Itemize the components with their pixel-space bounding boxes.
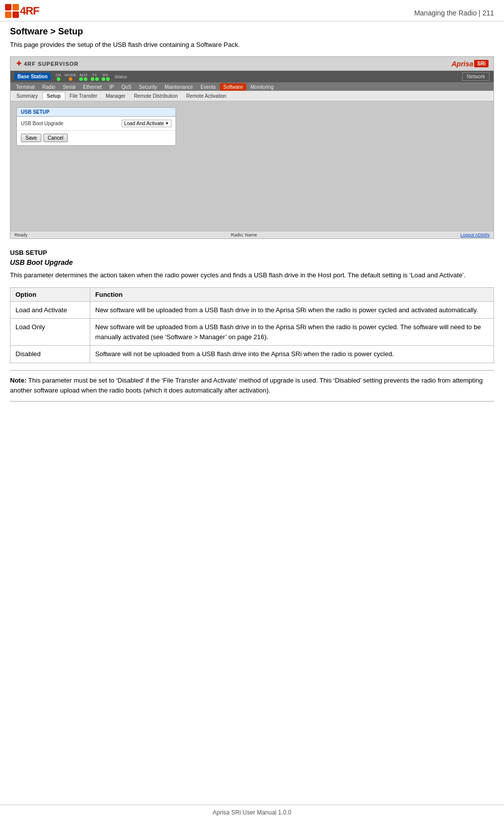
- indicator-mode: MODE: [64, 73, 76, 81]
- sub-tab-setup[interactable]: Setup: [42, 92, 65, 100]
- options-table: Option Function Load and ActivateNew sof…: [10, 287, 494, 363]
- table-cell-option: Load and Activate: [10, 301, 90, 319]
- nav-tab-ip[interactable]: IP: [106, 83, 117, 91]
- section2-heading: USB Boot Upgrade: [10, 258, 494, 266]
- logo-sq-4: [12, 11, 19, 18]
- station-label: Base Station: [14, 73, 51, 80]
- usb-buttons: Save Cancel: [17, 131, 175, 145]
- table-row: DisabledSoftware will not be uploaded fr…: [10, 346, 494, 363]
- intro-text: This page provides the setup of the USB …: [10, 41, 494, 48]
- station-indicators: OK MODE AUX: [56, 73, 458, 81]
- body-para1: This parameter determines the action tak…: [10, 270, 494, 280]
- nav-tab-ethernet[interactable]: Ethernet: [80, 83, 106, 91]
- sub-tab-summary[interactable]: Summary: [12, 92, 42, 100]
- table-row: Load OnlyNew software will be uploaded f…: [10, 319, 494, 346]
- page-reference: Managing the Radio | 211: [414, 4, 494, 17]
- dot-rx2: [106, 77, 110, 81]
- section1-heading: USB SETUP: [10, 249, 494, 256]
- usb-setup-title: USB SETUP: [17, 108, 175, 117]
- sub-tabs: Summary Setup File Transfer Manager Remo…: [10, 91, 494, 101]
- indicator-rx: RX: [102, 73, 110, 81]
- page-footer: Aprisa SRi User Manual 1.0.0: [0, 805, 504, 816]
- page-content: Software > Setup This page provides the …: [0, 21, 504, 421]
- indicator-aux: AUX: [79, 73, 87, 81]
- sub-tab-file-transfer[interactable]: File Transfer: [66, 92, 102, 100]
- ui-main-area: USB SETUP USB Boot Upgrade Load And Acti…: [10, 101, 494, 231]
- logo-sq-1: [5, 4, 11, 10]
- dot-ok: [57, 77, 60, 81]
- indicator-tx: TX: [91, 73, 99, 81]
- table-cell-function: New software will be uploaded from a USB…: [90, 301, 494, 319]
- status-bar: Ready Radio: Name Logout ADMIN: [10, 231, 494, 238]
- indicator-ok: OK: [56, 73, 62, 81]
- network-label: Network: [462, 72, 490, 81]
- table-header-function: Function: [90, 287, 494, 301]
- footer-text: Aprisa SRi User Manual 1.0.0: [212, 809, 291, 816]
- status-radio-name: Radio: Name: [231, 232, 257, 237]
- aprisa-badge: SRi: [474, 60, 489, 67]
- cancel-button[interactable]: Cancel: [43, 134, 68, 142]
- sub-tab-remote-act[interactable]: Remote Activation: [182, 92, 230, 100]
- logout-link[interactable]: Logout ADMIN: [460, 232, 490, 237]
- nav-tab-radio[interactable]: Radio: [39, 83, 59, 91]
- logo-area: 4RF: [5, 4, 39, 18]
- save-button[interactable]: Save: [21, 134, 41, 142]
- usb-setup-box: USB SETUP USB Boot Upgrade Load And Acti…: [16, 107, 176, 146]
- page-subtitle: Software > Setup: [10, 26, 494, 37]
- supervisor-brand-text: 4RF SUPERVISOR: [24, 61, 79, 67]
- dot-aux2: [84, 77, 87, 81]
- usb-dropdown-value: Load And Activate: [124, 121, 164, 126]
- aprisa-brand-area: Aprisa SRi: [452, 60, 489, 68]
- dot-mode: [69, 77, 72, 81]
- usb-dropdown[interactable]: Load And Activate ▼: [122, 120, 171, 127]
- chevron-down-icon: ▼: [165, 121, 169, 126]
- 4rf-logo: 4RF: [5, 4, 39, 18]
- nav-tab-security[interactable]: Security: [136, 83, 161, 91]
- supervisor-logo-icon: ✦: [15, 59, 22, 68]
- usb-setup-row: USB Boot Upgrade Load And Activate ▼: [17, 117, 175, 131]
- dot-tx1: [91, 77, 94, 81]
- logo-squares: [5, 4, 19, 18]
- nav-tab-maintenance[interactable]: Maintenance: [161, 83, 196, 91]
- table-cell-option: Load Only: [10, 319, 90, 346]
- table-cell-option: Disabled: [10, 346, 90, 363]
- supervisor-brand: ✦ 4RF SUPERVISOR: [15, 59, 79, 68]
- status-ready: Ready: [14, 232, 27, 237]
- nav-tab-software[interactable]: Software: [220, 83, 246, 91]
- note-text: This parameter must be set to ‘Disabled’…: [10, 377, 483, 395]
- screenshot-container: ✦ 4RF SUPERVISOR Aprisa SRi Base Station…: [10, 56, 494, 239]
- dot-rx1: [102, 77, 105, 81]
- page-header: 4RF Managing the Radio | 211: [0, 0, 504, 21]
- supervisor-topbar: ✦ 4RF SUPERVISOR Aprisa SRi: [10, 57, 494, 71]
- table-cell-function: New software will be uploaded from a USB…: [90, 319, 494, 346]
- supervisor-ui: ✦ 4RF SUPERVISOR Aprisa SRi Base Station…: [10, 57, 494, 238]
- aprisa-brand-text: Aprisa: [452, 60, 474, 68]
- sub-tab-manager[interactable]: Manager: [102, 92, 129, 100]
- nav-tab-qos[interactable]: QoS: [118, 83, 135, 91]
- nav-tab-serial[interactable]: Serial: [59, 83, 79, 91]
- nav-tab-monitoring[interactable]: Monitoring: [247, 83, 277, 91]
- nav-tab-events[interactable]: Events: [197, 83, 219, 91]
- status-text: Status: [115, 74, 128, 79]
- table-cell-function: Software will not be uploaded from a USB…: [90, 346, 494, 363]
- dot-tx2: [95, 77, 99, 81]
- table-row: Load and ActivateNew software will be up…: [10, 301, 494, 319]
- sub-tab-remote-dist[interactable]: Remote Distribution: [130, 92, 182, 100]
- station-bar: Base Station OK MODE: [10, 71, 494, 82]
- dot-aux1: [79, 77, 83, 81]
- logo-sq-2: [12, 4, 19, 10]
- note-box: Note: This parameter must be set to ‘Dis…: [10, 370, 494, 402]
- logo-sq-3: [5, 11, 11, 18]
- logo-text: 4RF: [20, 4, 39, 17]
- note-label: Note:: [10, 377, 26, 384]
- nav-tabs: Terminal Radio Serial Ethernet IP QoS Se…: [10, 82, 494, 91]
- nav-tab-terminal[interactable]: Terminal: [12, 83, 38, 91]
- usb-field-label: USB Boot Upgrade: [21, 121, 118, 126]
- table-header-option: Option: [10, 287, 90, 301]
